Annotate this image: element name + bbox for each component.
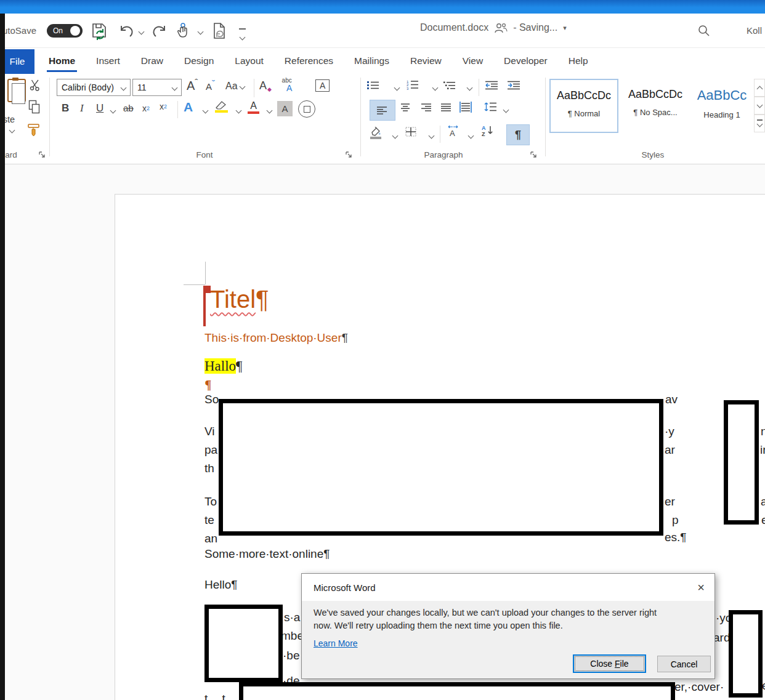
underline-button[interactable]: U [96, 102, 103, 115]
doc-fragment: p [672, 513, 679, 527]
cut-icon[interactable] [30, 79, 42, 91]
touch-mouse-mode-icon[interactable] [176, 22, 191, 38]
tab-mailings[interactable]: Mailings [344, 48, 400, 74]
distribute-icon[interactable] [459, 102, 472, 113]
dialog-message-line2: now. We'll retry uploading them the next… [314, 619, 563, 632]
bullets-icon[interactable] [367, 81, 379, 90]
borders-dropdown-chevron[interactable] [429, 133, 435, 139]
copy-icon[interactable] [28, 100, 41, 115]
tab-developer[interactable]: Developer [493, 48, 558, 74]
strikethrough-button[interactable]: ab [123, 103, 134, 113]
align-left-button[interactable] [370, 100, 395, 121]
tab-home[interactable]: Home [38, 48, 86, 74]
paste-button[interactable] [7, 79, 26, 102]
font-name-combo[interactable]: Calibri (Body) [57, 79, 131, 96]
borders-icon[interactable] [405, 127, 417, 137]
learn-more-link[interactable]: Learn More [314, 638, 358, 648]
paragraph-dialog-launcher-icon[interactable] [530, 151, 537, 158]
font-color-button[interactable]: A [248, 101, 259, 114]
tab-draw[interactable]: Draw [131, 48, 174, 74]
undo-dropdown-chevron[interactable] [139, 29, 145, 35]
underline-dropdown-chevron[interactable] [110, 108, 116, 114]
close-icon[interactable]: × [697, 581, 705, 593]
account-name[interactable]: Koll [747, 25, 762, 36]
format-painter-icon[interactable] [27, 123, 42, 137]
show-hide-pilcrow-button[interactable]: ¶ [506, 124, 530, 145]
text-highlight-button[interactable] [214, 100, 228, 113]
close-file-button[interactable]: Close File [573, 654, 646, 673]
superscript-button[interactable]: x2 [160, 102, 167, 111]
style-card-heading1[interactable]: AaBbCc Heading 1 [691, 79, 753, 133]
qat-customize-icon[interactable] [239, 28, 246, 42]
tab-references[interactable]: References [274, 48, 344, 74]
phonetic-guide-button[interactable]: abc A [281, 78, 292, 92]
asian-layout-dropdown-chevron[interactable] [468, 133, 474, 139]
align-center-icon[interactable] [400, 103, 411, 111]
styles-more-button[interactable] [754, 115, 765, 132]
tab-review[interactable]: Review [400, 48, 452, 74]
redo-icon[interactable] [152, 25, 168, 38]
bullets-dropdown-chevron[interactable] [394, 85, 400, 91]
autosave-toggle[interactable]: On [47, 24, 83, 38]
doc-fragment: So [204, 393, 219, 406]
highlight-dropdown-chevron[interactable] [236, 108, 242, 114]
clear-formatting-button[interactable]: A◆ [259, 79, 272, 92]
numbering-icon[interactable]: 123 [407, 79, 419, 90]
font-dialog-launcher-icon[interactable] [345, 151, 352, 158]
tab-design[interactable]: Design [174, 48, 224, 74]
sort-icon[interactable]: AZ [482, 125, 495, 136]
align-right-icon[interactable] [421, 103, 432, 111]
tab-view[interactable]: View [452, 48, 493, 74]
highlighter-icon [214, 100, 228, 110]
doc-fragment: in [760, 443, 765, 457]
increase-indent-icon[interactable] [508, 81, 521, 90]
svg-text:Z: Z [482, 131, 485, 137]
tab-help[interactable]: Help [558, 48, 599, 74]
asian-layout-icon[interactable]: A [446, 125, 461, 137]
bold-button[interactable]: B [62, 102, 69, 115]
line-spacing-icon[interactable] [484, 102, 497, 111]
font-color-dropdown-chevron[interactable] [267, 108, 273, 114]
style-card-no-spacing[interactable]: AaBbCcDc ¶ No Spac... [621, 79, 690, 133]
character-shading-button[interactable]: A [277, 101, 293, 116]
window-top-bar [0, 0, 765, 14]
title-dropdown-icon[interactable]: ▾ [563, 24, 567, 32]
doc-fragment: n [761, 425, 765, 438]
doc-heading-title: Titel¶ [210, 284, 269, 314]
shrink-font-button[interactable]: Aˇ [206, 81, 215, 92]
grow-font-button[interactable]: Aˆ [187, 79, 198, 93]
styles-scroll-up-button[interactable] [754, 79, 765, 97]
touch-mode-dropdown-chevron[interactable] [198, 29, 204, 35]
svg-text:A: A [482, 125, 486, 131]
font-size-combo[interactable]: 11 [132, 79, 182, 96]
numbering-dropdown-chevron[interactable] [432, 85, 439, 91]
paste-dropdown-chevron[interactable] [9, 127, 15, 134]
save-icon[interactable] [90, 22, 108, 40]
character-border-button[interactable]: A [315, 79, 330, 92]
enclose-characters-button[interactable] [298, 100, 315, 118]
style-card-normal[interactable]: AaBbCcDc ¶ Normal [549, 79, 618, 133]
text-effects-button[interactable]: A [184, 100, 193, 115]
clipboard-dialog-launcher-icon[interactable] [38, 151, 46, 158]
multilevel-dropdown-chevron[interactable] [467, 85, 473, 91]
line-spacing-dropdown-chevron[interactable] [503, 107, 509, 113]
undo-icon[interactable] [118, 25, 134, 38]
tab-layout[interactable]: Layout [224, 48, 274, 74]
doc-fragment: th [204, 462, 214, 475]
align-left-icon [377, 107, 388, 115]
justify-icon[interactable] [441, 103, 452, 111]
styles-scroll-down-button[interactable] [754, 97, 765, 115]
text-effects-dropdown-chevron[interactable] [203, 108, 209, 114]
multilevel-list-icon[interactable] [443, 81, 456, 90]
subscript-button[interactable]: x2 [142, 103, 150, 113]
cancel-button[interactable]: Cancel [657, 656, 711, 672]
tab-insert[interactable]: Insert [86, 48, 131, 74]
tab-file[interactable]: File [0, 49, 34, 74]
shading-dropdown-chevron[interactable] [392, 133, 399, 139]
decrease-indent-icon[interactable] [485, 81, 499, 90]
shading-button[interactable] [370, 127, 382, 139]
search-icon[interactable] [698, 25, 710, 37]
document-sync-icon[interactable] [212, 22, 227, 39]
change-case-button[interactable]: Aa [225, 81, 245, 92]
italic-button[interactable]: I [80, 102, 84, 115]
